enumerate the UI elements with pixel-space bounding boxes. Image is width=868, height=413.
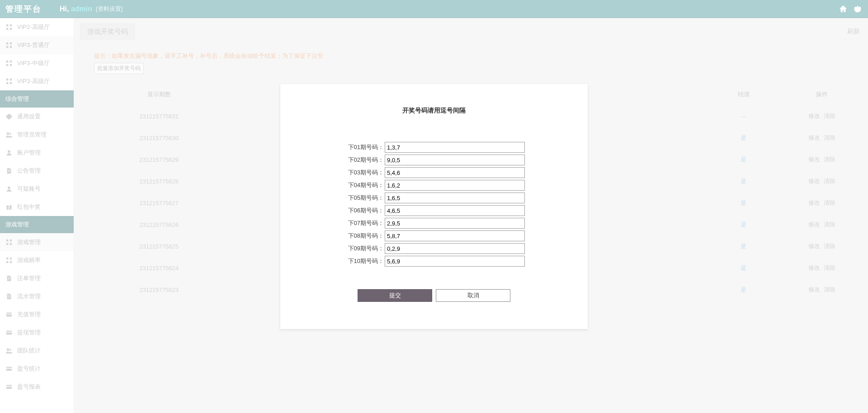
modal-row-3: 下03期号码：	[303, 167, 565, 178]
cancel-button[interactable]: 取消	[436, 289, 510, 302]
modal-title: 开奖号码请用逗号间隔	[303, 107, 565, 115]
modal-row-8: 下08期号码：	[303, 230, 565, 241]
modal-row-1: 下01期号码：	[303, 142, 565, 153]
modal-row-7: 下07期号码：	[303, 218, 565, 229]
period-input-5[interactable]	[385, 192, 525, 203]
period-input-4[interactable]	[385, 180, 525, 191]
period-input-9[interactable]	[385, 243, 525, 254]
period-label: 下10期号码：	[343, 257, 384, 265]
period-input-10[interactable]	[385, 256, 525, 267]
period-label: 下07期号码：	[343, 219, 384, 227]
submit-button[interactable]: 提交	[358, 289, 432, 302]
period-input-2[interactable]	[385, 155, 525, 165]
batch-add-modal: 开奖号码请用逗号间隔 下01期号码：下02期号码：下03期号码：下04期号码：下…	[280, 84, 588, 329]
period-label: 下03期号码：	[343, 169, 384, 177]
period-label: 下09期号码：	[343, 244, 384, 253]
modal-row-10: 下10期号码：	[303, 256, 565, 267]
period-label: 下02期号码：	[343, 156, 384, 164]
modal-row-6: 下06期号码：	[303, 205, 565, 216]
period-label: 下01期号码：	[343, 143, 384, 151]
period-label: 下04期号码：	[343, 181, 384, 189]
period-label: 下08期号码：	[343, 232, 384, 240]
period-input-8[interactable]	[385, 230, 525, 241]
period-input-7[interactable]	[385, 218, 525, 229]
period-label: 下05期号码：	[343, 194, 384, 202]
modal-row-9: 下09期号码：	[303, 243, 565, 254]
period-input-3[interactable]	[385, 167, 525, 178]
period-input-1[interactable]	[385, 142, 525, 153]
modal-row-4: 下04期号码：	[303, 180, 565, 191]
period-input-6[interactable]	[385, 205, 525, 216]
modal-row-2: 下02期号码：	[303, 155, 565, 165]
modal-row-5: 下05期号码：	[303, 192, 565, 203]
period-label: 下06期号码：	[343, 206, 384, 215]
